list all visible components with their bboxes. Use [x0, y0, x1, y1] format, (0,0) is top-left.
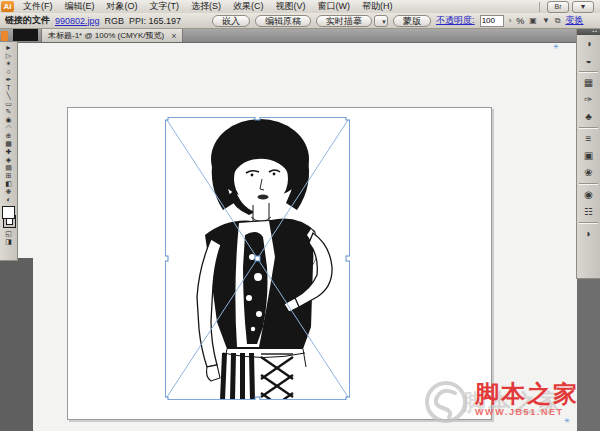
selection-handle[interactable]	[255, 117, 260, 120]
live-trace-dropdown-arrow[interactable]: ▼	[374, 15, 388, 27]
sparkle-icon: ✳	[564, 417, 570, 425]
document-tab-title: 未标题-1* @ 100% (CMYK/预览)	[48, 30, 164, 41]
opacity-input[interactable]	[480, 15, 504, 27]
dock-separator	[579, 183, 598, 184]
scale-tool[interactable]: ✚	[1, 148, 16, 156]
direct-selection-tool[interactable]: ▷	[1, 52, 16, 60]
redacted-area	[13, 29, 38, 41]
selection-handle[interactable]	[346, 117, 350, 120]
eraser-tool[interactable]: ⊕	[1, 132, 16, 140]
draw-mode-icon[interactable]: ◱	[1, 230, 16, 238]
type-tool[interactable]: T	[1, 84, 16, 92]
ppi-value: PPI: 165.197	[129, 16, 181, 26]
linked-file-label: 链接的文件	[5, 14, 50, 27]
selection-handle[interactable]	[165, 397, 168, 400]
line-segment-tool[interactable]: ╲	[1, 92, 16, 100]
swatches-panel-icon[interactable]: ▦	[577, 74, 600, 91]
menu-select[interactable]: 选择(S)	[185, 0, 227, 13]
canvas-area[interactable]	[17, 42, 577, 431]
rotate-tool[interactable]: ▦	[1, 140, 16, 148]
menu-bar: Ai 文件(F) 编辑(E) 对象(O) 文字(T) 选择(S) 效果(C) 视…	[0, 0, 600, 14]
tools-panel: ► ▷ ✶ ○ ✒ T ╲ ▭ ✎ ◉ ◠ ⊕ ▦ ✚ ◈ ▤ ⊞ ◧ ❋ ◐ …	[0, 42, 18, 261]
document-tab-bar: 未标题-1* @ 100% (CMYK/预览) ×	[0, 28, 600, 43]
symbols-panel-icon[interactable]: ♣	[577, 108, 600, 125]
navigator-panel-icon[interactable]: ◉	[577, 186, 600, 203]
brushes-panel-icon[interactable]: ✑	[577, 91, 600, 108]
menu-window[interactable]: 窗口(W)	[312, 0, 357, 13]
watermark: 脚本之家 脚本之家 WWW.JB51.NET	[423, 381, 579, 423]
selection-handle[interactable]	[346, 256, 350, 261]
tab-close-icon[interactable]: ×	[171, 31, 176, 41]
selection-handle[interactable]	[165, 256, 168, 261]
transform-link[interactable]: 变换	[566, 14, 584, 27]
opacity-stepper-icon[interactable]: ›	[509, 16, 512, 25]
stroke-panel-icon[interactable]: ≡	[577, 130, 600, 147]
dock-separator	[579, 222, 598, 223]
panel-dock: ▪▪ ◑ ◒ ▦ ✑ ♣ ≡ ▣ ❀ ◉ ☷ ◗	[576, 28, 600, 279]
mask-button[interactable]: 蒙版	[393, 15, 431, 27]
linked-file-name-link[interactable]: 990802.jpg	[55, 16, 100, 26]
watermark-site-url: WWW.JB51.NET	[475, 407, 579, 417]
symbol-sprayer-tool[interactable]: ⊞	[1, 172, 16, 180]
menu-separator	[539, 2, 540, 12]
gradient-tool[interactable]: ◐	[1, 196, 16, 204]
free-transform-tool[interactable]: ▤	[1, 164, 16, 172]
document-ai-icon	[1, 31, 8, 41]
opacity-unit-label: %	[516, 16, 524, 26]
workspace-switcher-button[interactable]: ▼	[572, 1, 594, 13]
pencil-tool[interactable]: ◉	[1, 116, 16, 124]
document-tab[interactable]: 未标题-1* @ 100% (CMYK/预览) ×	[41, 28, 183, 42]
lasso-tool[interactable]: ○	[1, 68, 16, 76]
embed-button[interactable]: 嵌入	[212, 15, 250, 27]
mesh-tool[interactable]: ❋	[1, 188, 16, 196]
watermark-logo-icon	[423, 381, 469, 423]
info-panel-icon[interactable]: ☷	[577, 203, 600, 220]
appearance-panel-icon[interactable]: ❀	[577, 164, 600, 181]
selection-handle[interactable]	[255, 256, 260, 261]
paintbrush-tool[interactable]: ✎	[1, 108, 16, 116]
app-logo-icon: Ai	[1, 1, 14, 12]
menu-file[interactable]: 文件(F)	[17, 0, 59, 13]
gradient-panel-icon[interactable]: ◒	[577, 52, 600, 69]
selection-handle[interactable]	[165, 117, 168, 120]
pen-tool[interactable]: ✒	[1, 76, 16, 84]
style-dropdown-arrow-icon[interactable]: ▼	[542, 16, 550, 25]
menu-object[interactable]: 对象(O)	[101, 0, 144, 13]
layers-panel-icon[interactable]: ▣	[577, 147, 600, 164]
sparkle-icon: ✳	[553, 43, 559, 51]
menu-edit[interactable]: 编辑(E)	[59, 0, 101, 13]
selection-handle[interactable]	[255, 397, 260, 400]
dock-header[interactable]: ▪▪	[577, 28, 600, 35]
fashion-illustration	[197, 119, 332, 400]
color-mode-value: RGB	[105, 16, 125, 26]
fill-swatch[interactable]	[2, 206, 15, 219]
column-graph-tool[interactable]: ◧	[1, 180, 16, 188]
magic-wand-tool[interactable]: ✶	[1, 60, 16, 68]
graphic-styles-panel-icon[interactable]: ◗	[577, 225, 600, 242]
control-bar: 链接的文件 990802.jpg RGB PPI: 165.197 嵌入 编辑原…	[0, 13, 600, 29]
fill-stroke-swatch[interactable]	[1, 206, 16, 230]
menu-view[interactable]: 视图(V)	[270, 0, 312, 13]
watermark-site-name: 脚本之家	[475, 381, 579, 407]
menu-effect[interactable]: 效果(C)	[227, 0, 270, 13]
blob-brush-tool[interactable]: ◠	[1, 124, 16, 132]
live-trace-button[interactable]: 实时描摹	[316, 15, 372, 27]
color-panel-icon[interactable]: ◑	[577, 35, 600, 52]
opacity-label-link[interactable]: 不透明度:	[436, 14, 475, 27]
rectangle-tool[interactable]: ▭	[1, 100, 16, 108]
selection-handle[interactable]	[346, 397, 350, 400]
dock-separator	[579, 71, 598, 72]
selection-tool[interactable]: ►	[1, 44, 16, 52]
menu-type[interactable]: 文字(T)	[144, 0, 186, 13]
menu-help[interactable]: 帮助(H)	[356, 0, 399, 13]
dock-separator	[579, 127, 598, 128]
bridge-button[interactable]: Br	[547, 1, 569, 13]
screen-mode-icon[interactable]: ◨	[1, 238, 16, 246]
redacted-status-area	[0, 258, 33, 431]
placed-image[interactable]	[165, 117, 350, 400]
isolate-selected-object-icon[interactable]: ⧉	[555, 16, 561, 26]
style-icon[interactable]: ▣	[529, 16, 537, 25]
width-tool[interactable]: ◈	[1, 156, 16, 164]
edit-original-button[interactable]: 编辑原稿	[255, 15, 311, 27]
